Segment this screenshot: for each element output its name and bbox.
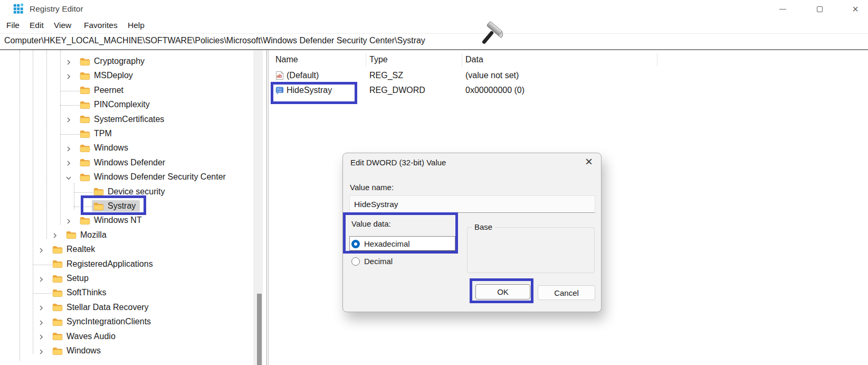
svg-text:110: 110	[277, 90, 282, 93]
tree-item[interactable]: MSDeploy	[0, 69, 266, 83]
tree-item-label: Windows Defender Security Center	[94, 172, 226, 182]
folder-icon	[80, 217, 90, 224]
chevron-right-icon[interactable]	[37, 319, 44, 326]
tree-item[interactable]: Systray	[0, 200, 266, 214]
column-header-data[interactable]: Data	[465, 55, 483, 64]
address-path: Computer\HKEY_LOCAL_MACHINE\SOFTWARE\Pol…	[4, 36, 425, 45]
value-row[interactable]: 011110HideSystrayREG_DWORD0x00000000 (0)	[269, 83, 868, 98]
tree-item[interactable]: Cryptography	[0, 55, 266, 69]
chevron-right-icon[interactable]	[65, 117, 72, 124]
chevron-down-icon[interactable]	[65, 174, 72, 181]
svg-text:ab: ab	[276, 73, 282, 79]
value-type: REG_SZ	[369, 71, 403, 80]
value-data: 0x00000000 (0)	[465, 86, 524, 95]
menu-help[interactable]: Help	[128, 21, 145, 30]
folder-icon	[52, 289, 63, 297]
address-bar[interactable]: Computer\HKEY_LOCAL_MACHINE\SOFTWARE\Pol…	[0, 34, 868, 49]
tree-item[interactable]: RegisteredApplications	[0, 258, 266, 272]
chevron-right-icon[interactable]	[37, 276, 44, 283]
chevron-right-icon[interactable]	[37, 305, 44, 312]
column-separator[interactable]	[657, 53, 657, 66]
radio-unselected-icon	[351, 257, 360, 266]
tree-item[interactable]: PINComplexity	[0, 98, 266, 113]
tree-item[interactable]: Mozilla	[0, 229, 266, 243]
base-group-label: Base	[472, 222, 495, 231]
tree-item-label: PINComplexity	[94, 100, 150, 109]
value-row[interactable]: ab(Default)REG_SZ(value not set)	[269, 69, 868, 83]
tree-item[interactable]: Setup	[0, 272, 266, 286]
tree-item[interactable]: Windows	[0, 142, 266, 156]
close-icon: ×	[852, 4, 859, 14]
value-data: (value not set)	[465, 71, 519, 80]
close-button[interactable]: ×	[843, 0, 867, 18]
chevron-right-icon[interactable]	[65, 218, 72, 224]
chevron-right-icon[interactable]	[37, 334, 44, 341]
folder-icon	[80, 72, 90, 80]
registry-editor-app-icon	[13, 3, 24, 15]
radio-decimal[interactable]: Decimal	[351, 257, 393, 266]
tree-item-label: Windows	[66, 346, 101, 355]
folder-icon	[93, 188, 104, 195]
chevron-right-icon[interactable]	[37, 247, 44, 254]
menu-favorites[interactable]: Favorites	[84, 21, 118, 30]
value-data-label: Value data:	[351, 219, 391, 228]
tree-item[interactable]: Stellar Data Recovery	[0, 301, 266, 315]
tree-item[interactable]: Device security	[0, 185, 266, 200]
dialog-close-icon[interactable]: ×	[585, 155, 593, 168]
tree-item-label: Realtek	[66, 245, 95, 254]
radio-hexadecimal-label: Hexadecimal	[364, 239, 410, 248]
tree-item[interactable]: TPM	[0, 127, 266, 142]
tree-scrollbar[interactable]	[253, 50, 263, 365]
pane-splitter[interactable]	[266, 50, 267, 365]
radio-decimal-label: Decimal	[364, 257, 393, 266]
tree-item-label: MSDeploy	[94, 71, 133, 80]
tree-item-label: Peernet	[94, 86, 123, 95]
column-header-name[interactable]: Name	[275, 55, 298, 64]
pane-splitter-highlight	[268, 50, 269, 365]
cancel-button[interactable]: Cancel	[538, 285, 595, 300]
column-separator[interactable]	[462, 53, 462, 66]
menu-file[interactable]: File	[6, 21, 20, 30]
ok-button[interactable]: OK	[475, 284, 530, 300]
radio-selected-icon	[351, 240, 360, 248]
chevron-right-icon[interactable]	[65, 73, 72, 80]
tree-item-label: Cryptography	[94, 57, 145, 66]
chevron-right-icon[interactable]	[37, 348, 44, 355]
tree-item[interactable]: Windows Defender Security Center	[0, 171, 266, 185]
tree-item-label: RegisteredApplications	[66, 259, 153, 269]
folder-icon	[52, 347, 63, 355]
folder-icon	[80, 58, 90, 65]
tree-item[interactable]: Peernet	[0, 84, 266, 98]
tree-item[interactable]: Windows	[0, 344, 266, 359]
column-header-type[interactable]: Type	[369, 55, 388, 64]
tree-item-label: Stellar Data Recovery	[66, 303, 149, 312]
maximize-button[interactable]	[807, 0, 832, 18]
value-name-field[interactable]: HideSystray	[349, 195, 595, 213]
value-type: REG_DWORD	[369, 86, 425, 95]
chevron-right-icon[interactable]	[65, 160, 72, 167]
tree-item[interactable]: SystemCertificates	[0, 113, 266, 127]
tree-item[interactable]: Windows Defender	[0, 156, 266, 171]
menu-view[interactable]: View	[54, 21, 71, 30]
tree-item[interactable]: Windows NT	[0, 214, 266, 228]
column-separator[interactable]	[366, 53, 366, 66]
tree-item[interactable]: SoftThinks	[0, 286, 266, 301]
tree-item-label: Setup	[66, 274, 89, 283]
tree-item-label: Waves Audio	[66, 332, 116, 341]
maximize-icon	[817, 6, 823, 12]
tree-item-label: Mozilla	[80, 230, 107, 240]
tree-guide-connector	[60, 134, 79, 135]
chevron-right-icon[interactable]	[65, 59, 72, 65]
tree-item[interactable]: SyncIntegrationClients	[0, 315, 266, 330]
tree-item-label: Windows Defender	[94, 158, 165, 167]
tree-item-label: TPM	[94, 129, 112, 138]
radio-hexadecimal[interactable]: Hexadecimal	[351, 239, 410, 248]
tree-item[interactable]: Realtek	[0, 243, 266, 257]
chevron-right-icon[interactable]	[51, 232, 58, 239]
tree-item[interactable]: Waves Audio	[0, 330, 266, 344]
menu-edit[interactable]: Edit	[30, 21, 44, 30]
chevron-right-icon[interactable]	[65, 145, 72, 152]
edit-dword-dialog: Edit DWORD (32-bit) Value × Value name: …	[342, 153, 602, 312]
minimize-button[interactable]	[770, 0, 795, 18]
tree-scrollbar-thumb[interactable]	[257, 294, 262, 365]
